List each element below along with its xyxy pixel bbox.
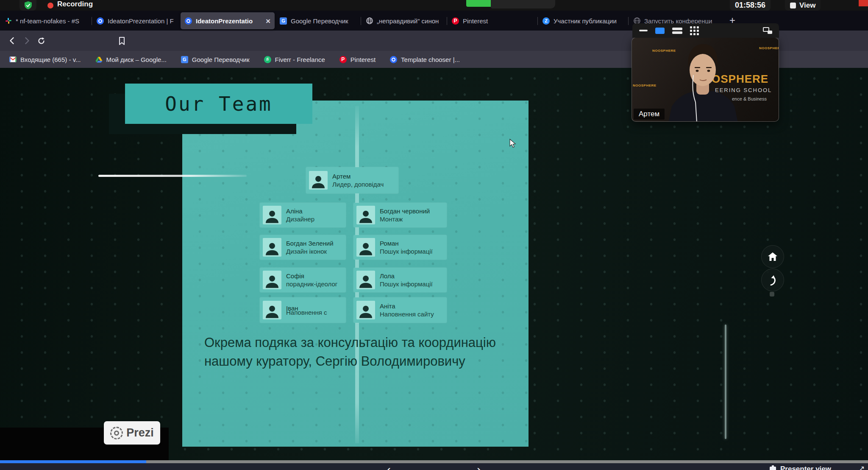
meeting-top-bar: Recording 01:58:56 View [0, 0, 868, 11]
connector-line-horizontal [98, 175, 247, 177]
security-shield-badge [19, 0, 36, 11]
webcam-video[interactable]: NOOSPHERE NOOSPHERE NOOSPHERE OSPHERE EE… [632, 37, 779, 122]
forward-button[interactable] [19, 34, 34, 48]
tab-close-icon[interactable]: × [264, 17, 270, 25]
bookmark-label: Мой диск – Google... [106, 56, 167, 63]
view-button[interactable]: View [785, 0, 821, 11]
active-speaker-view-icon[interactable] [655, 28, 665, 34]
tab-slack[interactable]: * nf-team-nofakes - #S [0, 12, 91, 29]
member-role: Монтаж [380, 215, 430, 223]
next-slide-button[interactable]: › [477, 463, 481, 470]
tab-pinterest[interactable]: P Pinterest [448, 12, 537, 29]
bookmark-flag-icon[interactable] [114, 34, 129, 48]
tab-synonym[interactable]: „неправдивий" синон [362, 12, 446, 29]
member-card[interactable]: РоманПошук інформації [353, 235, 447, 260]
view-label: View [799, 1, 815, 10]
bookmark-prezi-templates[interactable]: Template chooser |... [390, 56, 460, 63]
member-role: Пошук інформації [380, 280, 433, 288]
view-icon [790, 3, 796, 8]
bookmark-gmail[interactable]: Входящие (665) - v... [9, 56, 81, 63]
member-name: Аніта [380, 302, 434, 310]
member-card[interactable]: ІванНаповнення с [260, 297, 346, 323]
bookmark-drive[interactable]: Мой диск – Google... [95, 56, 167, 63]
webcam-toolbar [632, 23, 779, 38]
minimize-video-icon[interactable] [639, 30, 648, 31]
reload-button[interactable] [34, 34, 48, 48]
prezi-canvas[interactable]: Our Team АртемЛидер, доповідач АлінаДиза… [0, 68, 868, 460]
tab-google-translate[interactable]: G Google Переводчик [275, 12, 360, 29]
tab-prezi-1[interactable]: IdeatonPrezentation | F [92, 12, 180, 29]
fiverr-icon: fi [264, 56, 271, 63]
recording-label: Recording [57, 0, 93, 8]
tab-divider [361, 17, 361, 25]
participant-name-label: Артем [634, 109, 665, 120]
list-view-icon[interactable] [672, 28, 682, 34]
slide-title: Our Team [165, 92, 273, 115]
tab-divider [447, 17, 447, 25]
person-icon [356, 271, 375, 289]
gmail-icon [9, 56, 17, 63]
layout-icon[interactable] [763, 27, 772, 34]
tab-prezi-active[interactable]: IdeatonPrezentatio × [181, 12, 275, 29]
member-name: Аліна [286, 207, 314, 215]
member-role: Дизайнер [286, 215, 314, 223]
tab-label: „неправдивий" синон [377, 17, 439, 25]
member-card[interactable]: АлінаДизайнер [260, 203, 346, 227]
member-role: Лидер, доповідач [332, 180, 384, 188]
google-translate-icon: G [280, 17, 287, 25]
presenter-view-label: Presenter view [780, 465, 831, 470]
tab-label: Участник публикации [554, 17, 617, 25]
person-icon [356, 301, 375, 319]
side-small-marker [770, 292, 774, 297]
bookmark-pinterest[interactable]: P Pinterest [339, 56, 376, 63]
member-name: Артем [332, 172, 384, 180]
presenter-view-button[interactable]: Presenter view [770, 465, 831, 470]
shield-check-icon [25, 1, 32, 9]
meeting-timer: 01:58:56 [730, 0, 771, 11]
member-card[interactable]: Софіяпорадник-ідеолог [260, 268, 346, 292]
member-role: Пошук інформації [380, 247, 433, 255]
prev-slide-button[interactable]: ‹ [387, 463, 391, 470]
bookmark-label: Pinterest [351, 56, 376, 63]
meeting-toolbar-pill [491, 0, 555, 8]
member-name: Роман [380, 239, 433, 247]
undo-button[interactable] [761, 269, 784, 291]
person-icon [356, 238, 375, 257]
member-role: Дизайн іконок [286, 247, 334, 255]
member-name: Богдан Зелений [286, 239, 334, 247]
slide-title-block[interactable]: Our Team [125, 84, 312, 124]
person-icon [263, 206, 281, 224]
presentation-progress-bar[interactable] [0, 460, 868, 463]
zoom-icon: Z [542, 17, 550, 25]
member-role: Наповнення сайту [380, 310, 434, 318]
prezi-logo[interactable]: Prezi [104, 421, 160, 445]
meeting-green-segment [466, 0, 491, 7]
undo-arrow-icon [768, 274, 778, 285]
member-card[interactable]: ЛолаПошук інформації [353, 268, 447, 292]
bookmark-label: Входящие (665) - v... [20, 56, 81, 63]
back-button[interactable] [5, 34, 19, 48]
prezi-logo-icon [110, 427, 123, 439]
tab-divider [92, 17, 92, 25]
member-role: порадник-ідеолог [286, 280, 337, 288]
mouse-cursor-icon [509, 139, 516, 148]
tab-divider [628, 17, 629, 25]
google-translate-icon: G [181, 56, 188, 63]
member-name: Софія [286, 272, 337, 280]
recording-indicator: Recording [47, 0, 93, 11]
tab-zoom[interactable]: Z Участник публикации [538, 12, 628, 29]
home-button[interactable] [761, 245, 784, 268]
highlight-line-right [725, 325, 726, 439]
slide-note[interactable]: Окрема подяка за консультацію та координ… [204, 333, 506, 371]
meeting-leave-corner[interactable] [859, 0, 868, 6]
bookmark-fiverr[interactable]: fi Fiverr - Freelance [264, 56, 325, 63]
member-card[interactable]: Богдан ЗеленийДизайн іконок [260, 235, 346, 260]
external-link-icon[interactable]: ↗ [859, 464, 865, 470]
member-card-artem[interactable]: АртемЛидер, доповідач [306, 167, 398, 193]
member-role: Наповнення с [286, 308, 327, 316]
bookmark-google-translate[interactable]: G Google Переводчик [181, 56, 250, 63]
gallery-view-icon[interactable] [690, 26, 699, 35]
member-card[interactable]: Богдан червонийМонтаж [353, 203, 447, 227]
footer-bar [0, 463, 868, 470]
member-card[interactable]: АнітаНаповнення сайту [353, 297, 447, 323]
